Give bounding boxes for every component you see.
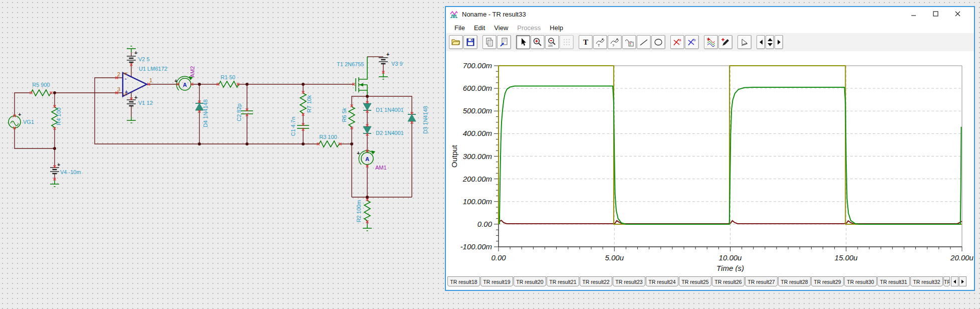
window-title: Noname - TR result33 xyxy=(462,11,526,18)
menu-help[interactable]: Help xyxy=(545,24,568,32)
r2-resistor[interactable] xyxy=(364,201,370,221)
u1-label: U1 LM6172 xyxy=(139,66,167,72)
r1-resistor[interactable] xyxy=(219,81,239,87)
v3-plus: + xyxy=(386,51,389,57)
menu-file[interactable]: File xyxy=(450,24,469,32)
circuit-schematic[interactable]: + + - + + + A + + xyxy=(0,0,445,309)
cursor-tool-button[interactable] xyxy=(516,35,530,49)
page-prev-button[interactable] xyxy=(757,35,765,49)
text-tool-button[interactable]: T xyxy=(579,35,593,49)
vg1-label: VG1 xyxy=(23,119,34,125)
tab-tr-result20[interactable]: TR result20 xyxy=(514,276,546,286)
menu-view[interactable]: View xyxy=(489,24,513,32)
tab-tr-result28[interactable]: TR result28 xyxy=(778,276,811,286)
tab-tr-result31[interactable]: TR result31 xyxy=(877,276,910,286)
spin-updown-button[interactable] xyxy=(766,35,774,49)
open-folder-icon xyxy=(451,37,461,47)
c2-capacitor[interactable] xyxy=(241,111,253,114)
tab-tr-result32[interactable]: TR result32 xyxy=(910,276,943,286)
opamp-pin2: 2 xyxy=(117,71,120,77)
title-bar[interactable]: Noname - TR result33 xyxy=(446,7,974,22)
r1-label: R1 50 xyxy=(220,74,235,80)
tab-tr-result30[interactable]: TR result30 xyxy=(844,276,877,286)
tab-tr-result27[interactable]: TR result27 xyxy=(745,276,778,286)
maximize-button[interactable] xyxy=(927,9,944,20)
y-tick-label: 100.00m xyxy=(463,197,492,206)
page-next-button[interactable] xyxy=(775,35,783,49)
tab-tr-result18[interactable]: TR result18 xyxy=(447,276,480,286)
annotation-tool-button[interactable]: T xyxy=(593,35,607,49)
r7-label: R7 10k xyxy=(306,95,312,112)
vg1-source[interactable] xyxy=(9,116,21,128)
marker-tool-button[interactable] xyxy=(738,35,752,49)
left-arrow-icon xyxy=(759,39,764,45)
add-curve-button[interactable] xyxy=(704,35,718,49)
ellipse-tool-button[interactable] xyxy=(651,35,665,49)
tab-tr-result26[interactable]: TR result26 xyxy=(712,276,745,286)
cursor-b-button[interactable]: b xyxy=(685,35,699,49)
r3-resistor[interactable] xyxy=(319,141,339,147)
am2-plus: + xyxy=(174,78,177,84)
v2-battery[interactable] xyxy=(127,56,136,62)
r6-label: R6 5k xyxy=(341,107,347,122)
result-window[interactable]: Noname - TR result33 File Edit View Proc… xyxy=(445,6,975,291)
x-tick-label: 20.00u xyxy=(950,253,974,262)
d1-diode[interactable] xyxy=(363,103,371,110)
svg-text:100: 100 xyxy=(548,44,553,47)
callout-tool-button[interactable]: ? xyxy=(608,35,622,49)
r4-label: R4 100 xyxy=(56,107,62,125)
tab-tr-result25[interactable]: TR result25 xyxy=(679,276,711,286)
tab-tr-result21[interactable]: TR result21 xyxy=(547,276,579,286)
menu-edit[interactable]: Edit xyxy=(469,24,489,32)
v2-label: V2 5 xyxy=(138,56,150,62)
r7-resistor[interactable] xyxy=(300,93,306,113)
v4-battery[interactable] xyxy=(50,168,59,174)
zoom-out-button[interactable]: 100 xyxy=(545,35,559,49)
y-tick-label: -100.00m xyxy=(460,242,492,251)
menu-process: Process xyxy=(513,24,545,32)
cursor-arrow-icon xyxy=(518,37,528,47)
zoom-in-button[interactable] xyxy=(531,35,545,49)
close-button[interactable] xyxy=(949,9,966,20)
tab-tr-result19[interactable]: TR result19 xyxy=(480,276,513,286)
v3-battery[interactable] xyxy=(379,58,388,64)
minimize-button[interactable] xyxy=(905,9,922,20)
grid-icon xyxy=(562,37,572,47)
c2-label: C2 82p xyxy=(236,103,242,121)
r5-resistor[interactable] xyxy=(31,90,51,96)
grid-button xyxy=(560,35,574,49)
tab-scroll-right-button[interactable] xyxy=(959,276,966,286)
svg-text:a: a xyxy=(679,38,681,42)
y-tick-label: 400.00m xyxy=(463,129,492,137)
r6-resistor[interactable] xyxy=(349,107,355,127)
wires[interactable] xyxy=(15,52,412,225)
cursor-a-button[interactable]: a xyxy=(670,35,684,49)
plot-area[interactable]: 0.005.00u10.00u15.00u20.00u700.00m600.00… xyxy=(446,51,974,272)
line-tool-button[interactable] xyxy=(637,35,651,49)
v3-ground-icon xyxy=(379,73,388,79)
d2-label: D2 1N4001 xyxy=(376,130,404,136)
c1-capacitor[interactable] xyxy=(297,125,309,128)
tab-tr-result23[interactable]: TR result23 xyxy=(613,276,645,286)
y-tick-label: 0.00 xyxy=(477,220,493,228)
tab-tr-result24[interactable]: TR result24 xyxy=(646,276,678,286)
tab-tr-result33[interactable]: TR result33 xyxy=(943,276,950,286)
tab-scroll-left-button[interactable] xyxy=(951,276,958,286)
open-button[interactable] xyxy=(449,35,463,49)
pen-tool-button[interactable] xyxy=(718,35,732,49)
paste-button[interactable] xyxy=(497,35,511,49)
v1-battery[interactable] xyxy=(127,100,136,106)
tab-tr-result22[interactable]: TR result22 xyxy=(580,276,612,286)
d3-diode[interactable] xyxy=(408,114,416,121)
opamp-minus: - xyxy=(125,75,127,81)
d4-label: D4 1N4148 xyxy=(202,99,208,127)
d2-diode[interactable] xyxy=(363,126,371,133)
cursor-a-icon: a xyxy=(672,37,682,47)
v4-label: V4 -10m xyxy=(60,169,81,175)
tab-tr-result29[interactable]: TR result29 xyxy=(811,276,844,286)
zoom-out-icon: 100 xyxy=(547,37,557,47)
copy-button[interactable] xyxy=(482,35,497,49)
save-button[interactable] xyxy=(463,35,477,49)
legend-tool-button[interactable] xyxy=(622,35,636,49)
am2-letter: A xyxy=(183,82,187,88)
